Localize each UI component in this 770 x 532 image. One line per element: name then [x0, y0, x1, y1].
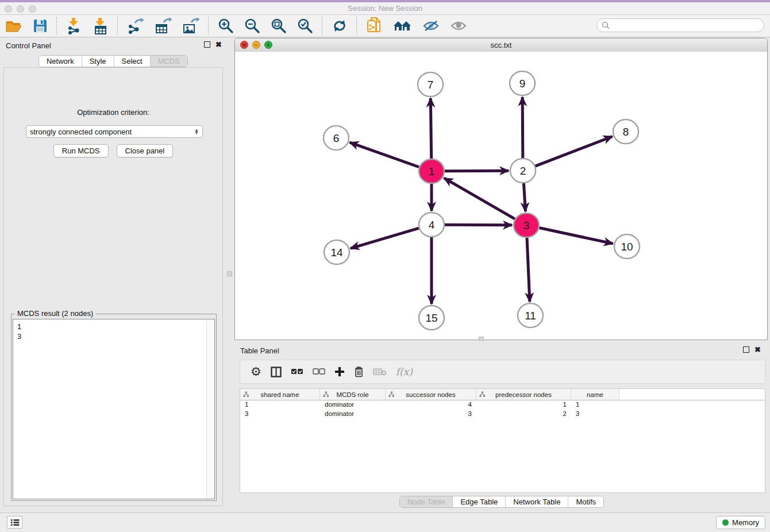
export-network-icon: [127, 17, 144, 34]
table-cell[interactable]: 4: [386, 400, 476, 410]
close-panel-button[interactable]: Close panel: [117, 144, 174, 157]
graph-edge-2-3[interactable]: [523, 183, 525, 211]
graph-node-2[interactable]: 2: [510, 159, 536, 183]
mcds-result-area[interactable]: 1 3: [13, 319, 215, 499]
graph-edge-2-9[interactable]: [522, 97, 523, 158]
graph-edge-3-1[interactable]: [444, 178, 515, 219]
graph-node-3[interactable]: 3: [514, 213, 539, 237]
table-cell[interactable]: dominator: [320, 410, 386, 419]
graph-node-14[interactable]: 14: [324, 240, 349, 264]
tab-network[interactable]: Network: [39, 56, 82, 67]
graph-node-11[interactable]: 11: [518, 303, 543, 327]
copy-current-network-button[interactable]: [365, 17, 383, 35]
tab-motifs[interactable]: Motifs: [568, 496, 603, 507]
tab-style[interactable]: Style: [82, 56, 114, 67]
mcds-result-scrollbar[interactable]: [206, 319, 214, 499]
tab-node-table[interactable]: Node Table: [400, 496, 453, 507]
tab-network-table[interactable]: Network Table: [505, 496, 568, 507]
memory-button[interactable]: Memory: [716, 516, 765, 529]
close-panel-icon[interactable]: ✖: [215, 41, 222, 48]
open-session-button[interactable]: [4, 17, 24, 35]
table-cell[interactable]: 1: [571, 400, 619, 410]
table-cell[interactable]: dominator: [320, 400, 386, 410]
run-mcds-button[interactable]: Run MCDS: [53, 144, 109, 157]
graph-node-15[interactable]: 15: [419, 306, 444, 330]
import-network-button[interactable]: [65, 17, 83, 35]
table-cell[interactable]: 3: [571, 410, 619, 419]
graph-edge-3-11[interactable]: [527, 238, 530, 302]
zoom-selected-button[interactable]: [296, 17, 314, 35]
select-all-button[interactable]: [291, 364, 303, 380]
close-panel-icon[interactable]: ✖: [754, 346, 761, 353]
houses-icon: [392, 19, 412, 33]
graph-edge-4-14[interactable]: [351, 228, 419, 248]
graph-edge-1-7[interactable]: [430, 98, 431, 159]
save-session-button[interactable]: [32, 17, 49, 35]
search-input[interactable]: [613, 20, 764, 31]
column-header-shared-name[interactable]: shared name: [240, 389, 320, 400]
search-icon: [602, 21, 610, 29]
export-image-button[interactable]: [181, 17, 201, 35]
graph-edge-1-2[interactable]: [445, 171, 509, 171]
zoom-in-icon: [218, 18, 234, 34]
graph-edge-1-6[interactable]: [350, 142, 419, 167]
function-icon: f(x): [396, 366, 413, 377]
control-panel-tabs: NetworkStyleSelectMCDS: [38, 55, 188, 67]
zoom-in-button[interactable]: [217, 17, 235, 35]
graph-node-8[interactable]: 8: [613, 119, 638, 144]
graph-edge-3-10[interactable]: [540, 228, 613, 244]
search-box: [596, 18, 764, 32]
column-header-name[interactable]: name: [571, 389, 619, 400]
node-table[interactable]: shared nameMCDS rolesuccessor nodesprede…: [240, 388, 765, 493]
graph-edge-2-8[interactable]: [536, 137, 613, 167]
export-network-button[interactable]: [126, 17, 145, 35]
home-layout-button[interactable]: [391, 17, 413, 35]
table-cell[interactable]: 3: [386, 410, 476, 419]
tab-edge-table[interactable]: Edge Table: [452, 496, 505, 507]
graph-node-1[interactable]: 1: [419, 159, 444, 183]
toggle-columns-button[interactable]: [271, 364, 282, 380]
zoom-fit-icon: [271, 18, 287, 34]
export-table-icon: [155, 17, 172, 34]
table-row[interactable]: 1dominator411: [240, 400, 765, 410]
column-header-predecessor-nodes[interactable]: predecessor nodes: [476, 389, 571, 400]
graph-node-9[interactable]: 9: [510, 71, 535, 95]
criterion-dropdown[interactable]: strongly connected component ▲▼: [26, 125, 203, 138]
table-cell[interactable]: 3: [240, 410, 320, 419]
open-folder-icon: [5, 18, 22, 33]
delete-table-button[interactable]: [373, 364, 387, 380]
table-row[interactable]: 3dominator323: [240, 410, 765, 419]
panel-divider-handle[interactable]: [227, 271, 232, 276]
column-header-successor-nodes[interactable]: successor nodes: [386, 389, 476, 400]
panel-divider-handle[interactable]: [479, 337, 484, 341]
zoom-fit-button[interactable]: [270, 17, 288, 35]
graph-node-10[interactable]: 10: [614, 234, 640, 259]
add-column-button[interactable]: [334, 364, 345, 380]
toolbar-separator: [322, 17, 323, 34]
table-cell[interactable]: 2: [476, 410, 571, 419]
table-cell[interactable]: 1: [476, 400, 571, 410]
zoom-out-button[interactable]: [243, 17, 261, 35]
function-builder-button[interactable]: f(x): [396, 364, 413, 380]
hide-selected-button[interactable]: [421, 17, 441, 35]
float-panel-icon[interactable]: [204, 41, 210, 48]
tab-select[interactable]: Select: [114, 56, 150, 67]
table-settings-button[interactable]: ⚙: [251, 364, 261, 380]
float-panel-icon[interactable]: [743, 346, 749, 353]
graph-node-4[interactable]: 4: [419, 213, 444, 237]
column-header-MCDS-role[interactable]: MCDS role: [320, 389, 386, 400]
graph-node-7[interactable]: 7: [418, 72, 443, 97]
refresh-view-button[interactable]: [330, 17, 349, 35]
task-history-button[interactable]: [7, 516, 22, 529]
deselect-all-button[interactable]: [313, 364, 325, 380]
show-all-button[interactable]: [449, 17, 468, 35]
eye-slash-icon: [422, 20, 440, 32]
tab-mcds[interactable]: MCDS: [150, 56, 187, 67]
network-canvas[interactable]: 7968124314101511: [235, 52, 767, 340]
delete-columns-button[interactable]: [354, 364, 364, 380]
export-table-button[interactable]: [153, 17, 173, 35]
table-cell[interactable]: 1: [240, 400, 320, 410]
graph-node-6[interactable]: 6: [324, 126, 349, 150]
import-table-button[interactable]: [91, 17, 110, 35]
graph-edge-4-3[interactable]: [445, 225, 512, 225]
